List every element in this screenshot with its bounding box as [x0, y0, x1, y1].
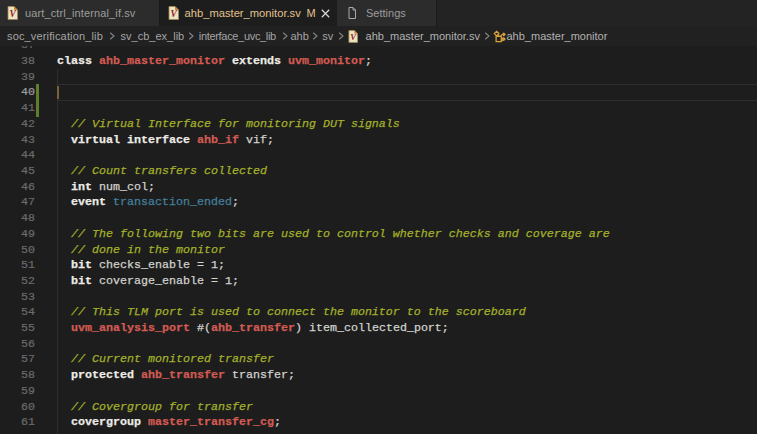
svg-text:V: V: [9, 9, 16, 19]
svg-text:V: V: [170, 9, 177, 19]
